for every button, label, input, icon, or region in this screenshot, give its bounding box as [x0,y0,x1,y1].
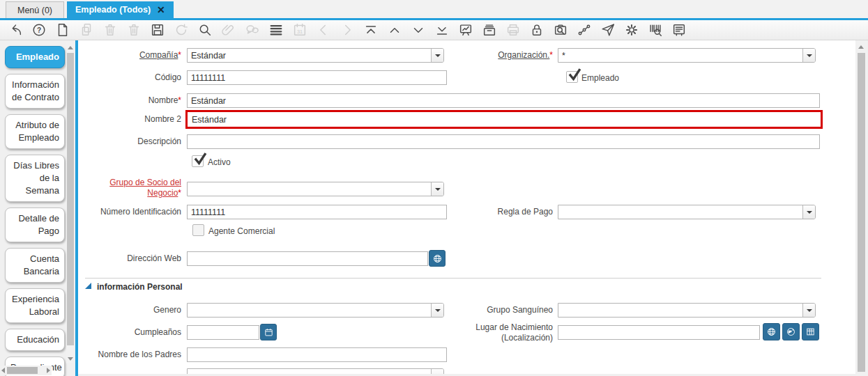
grid-toggle-icon[interactable] [267,22,284,39]
sidebar-vertical-scrollbar[interactable] [66,42,75,363]
workflow-icon[interactable] [575,22,593,39]
sidebar-tab-informaci-n-de-contrato[interactable]: Información de Contrato [5,74,65,109]
lugar-nacimiento-label: Lugar de Nacimiento (Localización) [441,322,553,343]
main-vertical-scrollbar[interactable] [856,40,867,376]
application-window: Menú (0) Empleado (Todos) ✕ EmpleadoInfo… [0,0,868,376]
agente-comercial-checkbox-label: Agente Comercial [208,226,275,236]
dropdown-icon[interactable] [431,369,443,374]
activo-checkbox[interactable] [192,155,204,167]
section-informacion-personal[interactable]: información Personal [97,282,183,292]
report-icon[interactable] [457,22,474,39]
grupo-socio-label[interactable]: Grupo de Socio del Negocio* [78,178,181,198]
sidebar-tab-experiencia-laboral[interactable]: Experiencia Laboral [5,288,65,323]
genero-combobox[interactable] [187,303,444,318]
scrollbar-thumb[interactable] [7,367,38,374]
sidebar-tab-empleado[interactable]: Empleado [5,46,65,68]
close-tab-icon[interactable]: ✕ [157,4,165,15]
compania-input[interactable] [188,49,431,62]
scrollbar-thumb[interactable] [858,53,865,372]
genero-label: Genero [78,305,181,315]
dropdown-icon[interactable] [431,182,443,196]
dropdown-icon[interactable] [802,304,815,317]
scroll-right-icon[interactable] [47,368,50,373]
codigo-input[interactable] [187,70,447,85]
calendar-icon [291,22,308,39]
globe-icon [766,327,777,337]
scroll-left-icon[interactable] [1,368,5,373]
direccion-web-input[interactable] [187,251,428,266]
codigo-label: Código [78,72,181,83]
dropdown-icon[interactable] [802,205,815,219]
dropdown-icon[interactable] [802,49,815,62]
last-record-icon[interactable] [433,22,450,39]
web-url-button[interactable] [429,250,446,267]
organizacion-label[interactable]: Organización.* [441,50,553,61]
parent-record-icon[interactable] [386,22,403,39]
regla-pago-input[interactable] [558,205,802,219]
location-map-button[interactable] [782,323,800,340]
grupo-socio-combobox[interactable] [187,182,444,196]
nombre-input[interactable] [187,93,820,108]
clipped-combobox[interactable] [187,368,444,374]
chat-icon [243,22,261,39]
direccion-web-label: Dirección Web [78,253,181,264]
sidebar-tab-educaci-n[interactable]: Educación [5,329,65,351]
map-grid-icon [805,327,816,337]
sidebar: EmpleadoInformación de ContratoAtributo … [0,40,75,376]
compania-label[interactable]: Compañía* [78,50,181,61]
grupo-sanguineo-input[interactable] [558,304,802,317]
quick-form-icon[interactable] [670,22,687,39]
regla-pago-label: Regla de Pago [441,207,553,217]
empleado-checkbox[interactable] [566,71,578,83]
scroll-up-icon[interactable] [858,45,864,49]
archive-icon[interactable] [480,22,498,39]
tab-empleado-label: Empleado (Todos) [75,5,151,15]
agente-comercial-checkbox[interactable] [192,224,204,236]
organizacion-combobox[interactable] [558,48,816,63]
organizacion-input[interactable] [558,49,802,62]
cumpleanos-calendar-button[interactable] [260,324,277,340]
location-url-button[interactable] [763,323,780,340]
export-barcode-icon[interactable] [646,22,664,39]
print-icon [504,22,521,39]
send-mail-icon[interactable] [599,22,616,39]
scroll-down-icon[interactable] [68,357,73,361]
save-icon[interactable] [149,22,166,39]
grupo-sanguineo-combobox[interactable] [558,303,816,318]
location-detail-button[interactable] [802,323,819,340]
clipped-input[interactable] [188,369,431,374]
compania-combobox[interactable] [187,48,444,63]
sidebar-tab-detalle-de-pago[interactable]: Detalle de Pago [5,207,65,242]
numero-identificacion-input[interactable] [187,205,447,219]
tab-empleado-todos[interactable]: Empleado (Todos) ✕ [67,1,174,18]
zoom-across-icon[interactable] [551,22,569,39]
sidebar-horizontal-scrollbar[interactable] [0,366,52,375]
lugar-nacimiento-input[interactable] [558,325,760,340]
sidebar-tab-d-as-libres-de-la-semana[interactable]: Días Libres de la Semana [5,155,65,202]
nombre-padres-input[interactable] [187,347,447,362]
find-icon[interactable] [196,22,213,39]
delete-record-icon [101,22,119,39]
tab-menu[interactable]: Menú (0) [6,1,64,18]
delete-selection-icon [125,22,142,39]
cumpleanos-input[interactable] [187,325,259,340]
sidebar-tab-atributo-de-empleado[interactable]: Atributo de Empleado [5,114,65,149]
nombre-label: Nombre* [78,95,181,106]
new-record-icon[interactable] [54,22,71,39]
scroll-up-icon[interactable] [68,46,73,49]
section-collapse-icon[interactable] [85,283,91,289]
grupo-socio-input[interactable] [188,182,431,196]
nombre2-input[interactable] [188,112,821,127]
scrollbar-thumb[interactable] [67,53,74,345]
first-record-icon[interactable] [362,22,379,39]
descripcion-input[interactable] [187,134,820,149]
regla-pago-combobox[interactable] [558,205,816,219]
genero-input[interactable] [188,304,431,317]
sidebar-tab-cuenta-bancaria[interactable]: Cuenta Bancaria [5,248,65,283]
nombre-padres-label: Nombre de los Padres [78,350,181,360]
detail-record-icon[interactable] [409,22,427,39]
undo-icon[interactable] [6,22,24,39]
preference-icon[interactable] [623,22,640,39]
lock-icon[interactable] [528,22,545,39]
help-icon[interactable] [30,22,47,39]
